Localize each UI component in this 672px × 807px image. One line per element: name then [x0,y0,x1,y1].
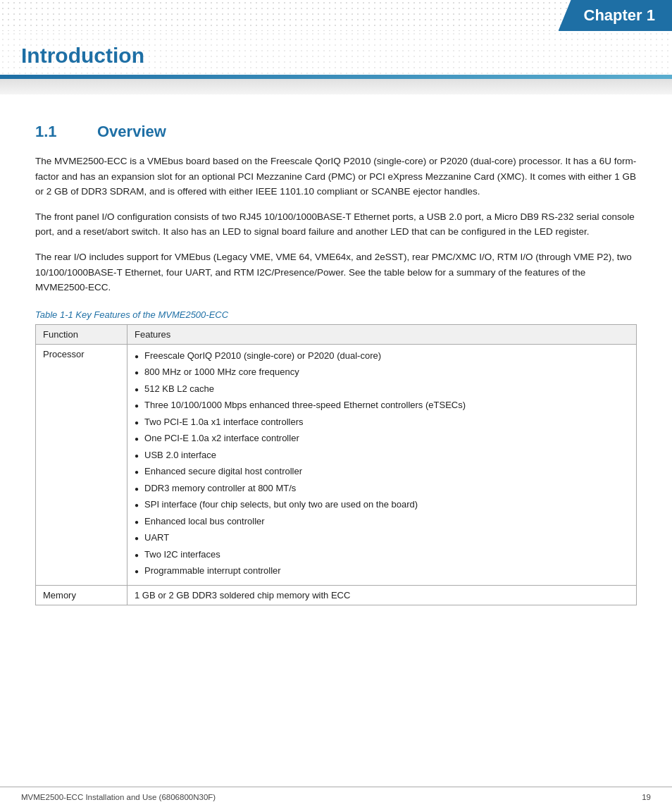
paragraph-2: The front panel I/O configuration consis… [35,209,637,240]
page-footer: MVME2500-ECC Installation and Use (68068… [0,787,672,807]
list-item: Enhanced local bus controller [135,515,629,529]
footer-left: MVME2500-ECC Installation and Use (68068… [21,793,216,801]
col-header-function: Function [36,324,127,344]
list-item: USB 2.0 interface [135,448,629,462]
features-processor: Freescale QorIQ P2010 (single-core) or P… [127,344,637,585]
table-caption: Table 1-1 Key Features of the MVME2500-E… [35,309,637,320]
features-table: Function Features Processor Freescale Qo… [35,324,637,605]
section-number: 1.1 [35,123,77,141]
paragraph-1: The MVME2500-ECC is a VMEbus board based… [35,154,637,199]
list-item: UART [135,531,629,545]
list-item: SPI interface (four chip selects, but on… [135,498,629,512]
main-content: 1.1 Overview The MVME2500-ECC is a VMEbu… [0,94,672,648]
intro-title: Introduction [0,37,672,75]
list-item: 512 KB L2 cache [135,382,629,396]
list-item: Enhanced secure digital host controller [135,464,629,479]
list-item: Programmable interrupt controller [135,564,629,578]
function-processor: Processor [36,344,127,585]
features-memory: 1 GB or 2 GB DDR3 soldered chip memory w… [127,585,637,605]
list-item: DDR3 memory controller at 800 MT/s [135,481,629,495]
list-item: Three 10/100/1000 Mbps enhanced three-sp… [135,398,629,412]
list-item: One PCI-E 1.0a x2 interface controller [135,431,629,445]
col-header-features: Features [127,324,637,344]
gray-bar [0,79,672,94]
list-item: Freescale QorIQ P2010 (single-core) or P… [135,349,629,363]
table-row-processor: Processor Freescale QorIQ P2010 (single-… [36,344,637,585]
section-title: Overview [97,123,166,141]
list-item: 800 MHz or 1000 MHz core frequency [135,365,629,379]
table-row-memory: Memory 1 GB or 2 GB DDR3 soldered chip m… [36,585,637,605]
intro-section: Introduction [0,31,672,75]
footer-right: 19 [642,793,651,801]
chapter-label: Chapter 1 [584,6,655,25]
page-header: Chapter 1 [0,0,672,31]
list-item: Two PCI-E 1.0a x1 interface controllers [135,415,629,429]
chapter-badge: Chapter 1 [559,0,672,31]
section-heading: 1.1 Overview [35,123,637,141]
paragraph-3: The rear I/O includes support for VMEbus… [35,250,637,295]
function-memory: Memory [36,585,127,605]
list-item: Two I2C interfaces [135,548,629,562]
